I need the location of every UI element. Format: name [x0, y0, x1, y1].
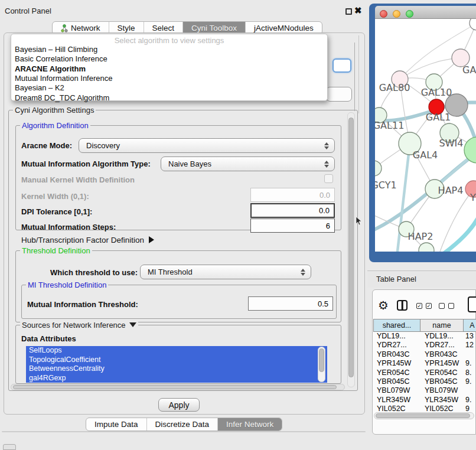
which-threshold-label: Which threshold to use:: [50, 268, 138, 277]
table-cell: YDL19...: [373, 332, 420, 341]
bottom-tab-infer-network[interactable]: Infer Network: [217, 418, 282, 431]
algorithm-option[interactable]: Bayesian – K2: [14, 83, 321, 93]
column-header-name[interactable]: name: [420, 319, 464, 332]
table-cell: YBR043C: [373, 350, 420, 359]
aracne-mode-value: Discovery: [86, 141, 120, 150]
table-rows: YDL19...YDL19...13YDR27...YDR27...12YBR0…: [373, 332, 476, 414]
attribute-item-selected[interactable]: BetweennessCentrality: [26, 364, 327, 374]
algorithm-option[interactable]: Dream8 DC_TDC Algorithm: [14, 93, 321, 103]
mi-steps-input[interactable]: 6: [250, 219, 335, 233]
network-icon: [61, 24, 68, 32]
data-attributes-list[interactable]: SelfLoopsTopologicalCoefficientBetweenne…: [26, 346, 327, 383]
gear-icon[interactable]: ⚙: [378, 298, 389, 312]
table-header-row: shared...nameA: [373, 319, 476, 332]
aracne-mode-select[interactable]: Discovery: [79, 138, 335, 153]
collapse-right-arrow-icon[interactable]: [149, 236, 154, 243]
algorithm-dropdown-popup: Select algorithm to view settings Bayesi…: [11, 34, 328, 101]
settings-vertical-scrollbar[interactable]: [347, 112, 355, 387]
attributes-scrollbar[interactable]: [318, 347, 325, 382]
sources-title-text: Sources for Network Inference: [22, 321, 126, 330]
algorithm-option[interactable]: Basic Correlation Inference: [14, 54, 321, 64]
minimize-traffic-light-icon[interactable]: [393, 10, 400, 18]
table-horizontal-scrollbar[interactable]: [374, 412, 474, 419]
attribute-item-selected[interactable]: TopologicalCoefficient: [26, 356, 327, 365]
table-row[interactable]: YER054CYER054C8.: [373, 369, 476, 377]
bottom-tab-impute-data[interactable]: Impute Data: [86, 418, 146, 431]
columns-icon[interactable]: [397, 300, 407, 311]
sources-group-title[interactable]: Sources for Network Inference: [20, 321, 138, 330]
table-cell: 13: [464, 332, 476, 341]
bottom-tab-bar: Impute DataDiscretize DataInfer Network: [86, 418, 282, 431]
algorithm-option[interactable]: Mutual Information Inference: [14, 74, 321, 83]
node-label-gal1: GAL1: [426, 112, 451, 123]
node-label-gal80: GAL80: [379, 82, 410, 93]
mi-steps-label: Mutual Information Steps:: [21, 223, 116, 231]
table-cell: 9.: [464, 377, 476, 386]
table-cell: YER054C: [420, 369, 464, 377]
minimized-panel-icon[interactable]: [3, 444, 16, 450]
expand-down-arrow-icon[interactable]: [129, 322, 136, 327]
table-row[interactable]: YLR345WYLR345W9.: [373, 396, 476, 405]
kernel-width-input[interactable]: 0.0: [250, 188, 335, 202]
table-cell: YPR145W: [420, 359, 464, 368]
table-cell: YBR045C: [373, 377, 420, 386]
table-row[interactable]: YPR145WYPR145W9.: [373, 359, 476, 368]
apply-button[interactable]: Apply: [158, 398, 200, 412]
table-row[interactable]: YBR043CYBR043C: [373, 350, 476, 359]
table-cell: YBL079W: [373, 386, 420, 395]
attributes-scrollbar-thumb[interactable]: [319, 348, 324, 372]
node-label-gal: GAL: [462, 64, 476, 76]
network-node[interactable]: [419, 243, 434, 252]
float-window-icon[interactable]: [345, 8, 352, 15]
column-header-shared[interactable]: shared...: [373, 319, 420, 332]
hidden-field-fragment: [326, 87, 352, 102]
zoom-traffic-light-icon[interactable]: [406, 10, 413, 18]
manual-kernel-checkbox[interactable]: [324, 174, 333, 183]
algorithm-combo-fragment[interactable]: [332, 58, 351, 73]
algorithm-definition-title: Algorithm Definition: [20, 121, 90, 130]
attribute-item-selected[interactable]: gal4RGexp: [26, 374, 327, 383]
mi-threshold-input[interactable]: 0.5: [248, 296, 333, 311]
table-hscrollbar-thumb[interactable]: [376, 413, 470, 418]
table-panel-title: Table Panel: [376, 275, 416, 283]
control-panel-bottom-edge: [2, 431, 366, 432]
network-view-canvas[interactable]: GALGAL80GAL10GAL1GAL11SWI4GAL4GCY1HAP4YH…: [375, 19, 476, 252]
stepper-arrows-icon: [324, 161, 329, 168]
network-edge[interactable]: [445, 209, 476, 252]
table-row[interactable]: YBR045CYBR045C9.: [373, 377, 476, 386]
table-cell: YBR043C: [420, 350, 464, 359]
settings-horizontal-scrollbar[interactable]: [11, 384, 345, 390]
unchecked-checkbox-icon[interactable]: [448, 303, 454, 309]
table-row[interactable]: YBL079WYBL079W: [373, 386, 476, 395]
hub-definition-section[interactable]: Hub/Transcription Factor Definition: [21, 236, 154, 244]
which-threshold-select[interactable]: MI Threshold: [140, 265, 311, 279]
network-graph[interactable]: GALGAL80GAL10GAL1GAL11SWI4GAL4GCY1HAP4YH…: [375, 19, 476, 252]
attribute-item-selected[interactable]: SelfLoops: [26, 346, 327, 356]
page-icon[interactable]: [468, 296, 476, 312]
mi-type-select[interactable]: Naive Bayes: [161, 156, 335, 171]
mi-threshold-label: Mutual Information Threshold:: [27, 300, 138, 309]
checked-checkbox-icon[interactable]: ✓: [416, 303, 422, 309]
dpi-tolerance-input[interactable]: 0.0: [250, 203, 335, 218]
table-cell: [464, 350, 476, 359]
checked-checkbox-icon[interactable]: ✓: [426, 303, 432, 309]
unchecked-checkbox-icon[interactable]: [439, 303, 445, 309]
table-cell: YER054C: [373, 369, 420, 377]
hub-definition-label: Hub/Transcription Factor Definition: [21, 236, 144, 244]
table-row[interactable]: YDR27...YDR27...12: [373, 341, 476, 350]
close-traffic-light-icon[interactable]: [380, 10, 387, 18]
algorithm-placeholder: Select algorithm to view settings: [11, 36, 327, 45]
mi-threshold-group-title: MI Threshold Definition: [26, 281, 108, 289]
algorithm-option[interactable]: ARACNE Algorithm: [14, 64, 321, 74]
table-row[interactable]: YDL19...YDL19...13: [373, 332, 476, 341]
network-node[interactable]: [470, 19, 476, 30]
network-window-titlebar[interactable]: [375, 6, 476, 19]
node-label-swi4: SWI4: [439, 138, 464, 149]
settings-hscrollbar-thumb[interactable]: [13, 385, 337, 389]
bottom-tab-discretize-data[interactable]: Discretize Data: [146, 418, 218, 431]
close-icon[interactable]: ✖: [354, 5, 362, 16]
table-cell: YPR145W: [373, 359, 420, 368]
column-header-A[interactable]: A: [464, 319, 476, 332]
algorithm-option[interactable]: Bayesian – Hill Climbing: [14, 45, 321, 54]
settings-scrollbar-thumb[interactable]: [348, 118, 354, 377]
